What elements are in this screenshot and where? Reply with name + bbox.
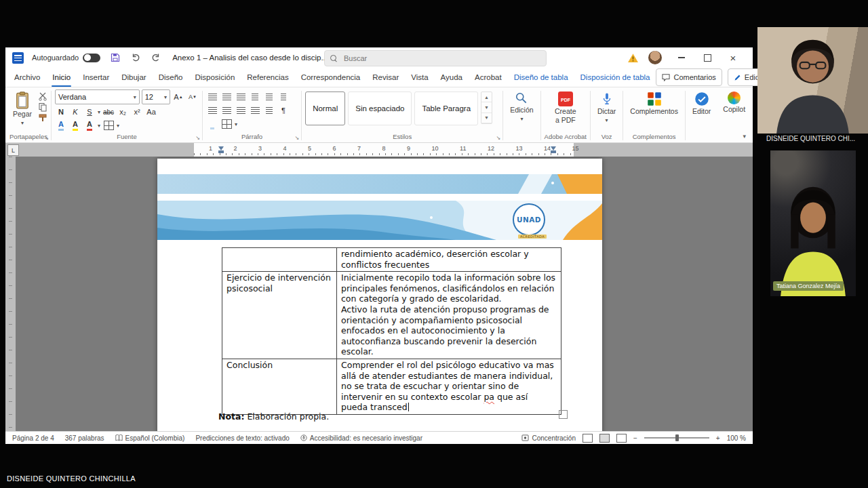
styles-gallery-scroll[interactable]: ▲ ▼ ▼ <box>481 92 492 124</box>
document-canvas[interactable]: UNAD ACREDITADA rendimiento académico, d… <box>5 157 753 431</box>
tab-insertar[interactable]: Insertar <box>77 68 115 87</box>
bold-button[interactable]: N <box>55 106 67 118</box>
paste-button[interactable]: Pegar ▾ <box>9 89 35 129</box>
borders-button[interactable] <box>220 118 233 130</box>
cut-icon[interactable] <box>38 92 47 101</box>
dialog-launcher-icon[interactable]: ↘ <box>195 136 200 141</box>
redo-icon[interactable] <box>151 52 161 63</box>
left-indent-marker[interactable] <box>218 146 224 150</box>
align-right-button[interactable] <box>235 104 247 117</box>
table-cell[interactable]: Comprender el rol del psicólogo educativ… <box>337 359 561 414</box>
create-pdf-button[interactable]: PDF Create a PDF <box>545 89 587 126</box>
gallery-expand-icon[interactable]: ▼ <box>481 113 492 123</box>
save-icon[interactable] <box>110 52 121 63</box>
tab-revisar[interactable]: Revisar <box>366 68 405 87</box>
tab-inicio[interactable]: Inicio <box>46 68 77 87</box>
read-mode-button[interactable] <box>583 434 593 443</box>
font-size-combo[interactable]: 12 ▾ <box>142 89 170 104</box>
superscript-button[interactable]: x² <box>131 106 143 118</box>
highlight-button[interactable]: A <box>69 119 81 131</box>
page-indicator[interactable]: Página 2 de 4 <box>12 434 54 442</box>
clear-format-button[interactable] <box>102 119 115 131</box>
zoom-in-button[interactable]: + <box>716 434 720 442</box>
italic-button[interactable]: K <box>69 106 81 118</box>
addins-button[interactable]: Complementos <box>627 89 682 117</box>
horizontal-ruler[interactable]: L 1 2 3 4 5 6 7 8 9 10 11 12 13 14 15 <box>5 143 753 157</box>
align-center-button[interactable] <box>220 104 233 117</box>
scroll-up-icon[interactable]: ▲ <box>481 92 492 102</box>
grow-font-button[interactable]: A▲ <box>172 91 184 103</box>
text-effects-button[interactable]: A <box>55 119 67 131</box>
line-spacing-button[interactable] <box>263 104 275 117</box>
autosave-control[interactable]: Autoguardado <box>32 54 100 62</box>
font-name-combo[interactable]: Verdana ▾ <box>55 89 140 104</box>
text-predictions[interactable]: Predicciones de texto: activado <box>195 434 289 442</box>
webcam-participant-top[interactable] <box>757 27 868 134</box>
tab-disposicion[interactable]: Disposición <box>189 68 241 87</box>
word-app-icon[interactable] <box>12 52 24 64</box>
style-sin-espaciado[interactable]: Sin espaciado <box>348 92 412 125</box>
word-count[interactable]: 367 palabras <box>65 434 104 442</box>
right-indent-marker[interactable] <box>551 146 556 150</box>
shrink-font-button[interactable]: A▼ <box>186 91 199 103</box>
zoom-slider[interactable] <box>644 437 709 439</box>
underline-button[interactable]: S <box>83 106 96 118</box>
autosave-toggle[interactable] <box>83 54 100 62</box>
change-case-button[interactable]: Aa <box>145 106 157 118</box>
tab-archivo[interactable]: Archivo <box>8 68 46 87</box>
decrease-indent-button[interactable] <box>249 91 261 103</box>
sort-button[interactable] <box>277 91 290 103</box>
scroll-down-icon[interactable]: ▼ <box>481 102 492 113</box>
table-resize-handle[interactable] <box>559 410 568 419</box>
document-title[interactable]: Anexo 1 – Analisis del caso desde lo dis… <box>172 54 334 62</box>
tab-selector[interactable]: L <box>7 144 19 156</box>
tab-acrobat[interactable]: Acrobat <box>469 68 508 87</box>
copilot-button[interactable]: Copilot <box>719 89 749 115</box>
document-page[interactable]: UNAD ACREDITADA rendimiento académico, d… <box>157 159 602 431</box>
minimize-button[interactable] <box>669 47 694 68</box>
focus-mode-button[interactable]: Concentración <box>521 434 575 442</box>
dictate-button[interactable]: Dictar ▾ <box>594 89 619 126</box>
print-layout-button[interactable] <box>599 434 610 443</box>
justify-button[interactable] <box>249 104 261 117</box>
style-table-paragraph[interactable]: Table Paragra <box>414 92 478 125</box>
zoom-slider-thumb[interactable] <box>675 434 679 441</box>
table-note[interactable]: Nota: Elaboración propia. <box>218 411 329 422</box>
user-avatar[interactable] <box>648 51 662 64</box>
zoom-out-button[interactable]: − <box>633 434 637 442</box>
align-left-button[interactable] <box>206 104 218 117</box>
format-painter-icon[interactable] <box>38 113 47 123</box>
comments-button[interactable]: Comentarios <box>656 68 722 86</box>
document-table[interactable]: rendimiento académico, deserción escolar… <box>222 247 561 415</box>
table-cell[interactable] <box>222 248 337 271</box>
search-input[interactable] <box>342 54 540 63</box>
collapse-ribbon-icon[interactable]: ▾ <box>743 133 746 140</box>
table-cell[interactable]: Inicialmente recopilo toda la informació… <box>337 272 561 359</box>
strikethrough-button[interactable]: abc <box>102 106 115 118</box>
webcam-participant-bottom[interactable]: Tatiana Gonzalez Mejía <box>770 150 856 296</box>
tab-referencias[interactable]: Referencias <box>241 68 294 87</box>
numbering-button[interactable] <box>220 91 233 103</box>
language-indicator[interactable]: Español (Colombia) <box>115 434 185 442</box>
maximize-button[interactable] <box>694 47 720 68</box>
tab-diseno[interactable]: Diseño <box>153 68 189 87</box>
warning-icon[interactable] <box>627 53 639 63</box>
font-color-button[interactable]: A <box>83 119 96 131</box>
undo-icon[interactable] <box>130 52 141 63</box>
increase-indent-button[interactable] <box>263 91 275 103</box>
dialog-launcher-icon[interactable]: ↘ <box>294 136 299 141</box>
dialog-launcher-icon[interactable]: ↘ <box>44 136 49 141</box>
zoom-level[interactable]: 100 % <box>727 434 746 442</box>
tab-dibujar[interactable]: Dibujar <box>115 68 152 87</box>
vertical-ruler[interactable] <box>5 157 16 431</box>
editor-button[interactable]: Editor <box>689 89 714 117</box>
close-button[interactable]: × <box>720 47 746 68</box>
tab-disposicion-de-tabla[interactable]: Disposición de tabla <box>574 68 656 87</box>
tab-correspondencia[interactable]: Correspondencia <box>295 68 367 87</box>
web-layout-button[interactable] <box>616 434 627 443</box>
style-normal[interactable]: Normal <box>305 92 345 125</box>
paragraph-mark-button[interactable]: ¶ <box>277 104 290 117</box>
copy-icon[interactable] <box>38 102 47 112</box>
dialog-launcher-icon[interactable]: ↘ <box>496 136 500 141</box>
tab-ayuda[interactable]: Ayuda <box>435 68 469 87</box>
